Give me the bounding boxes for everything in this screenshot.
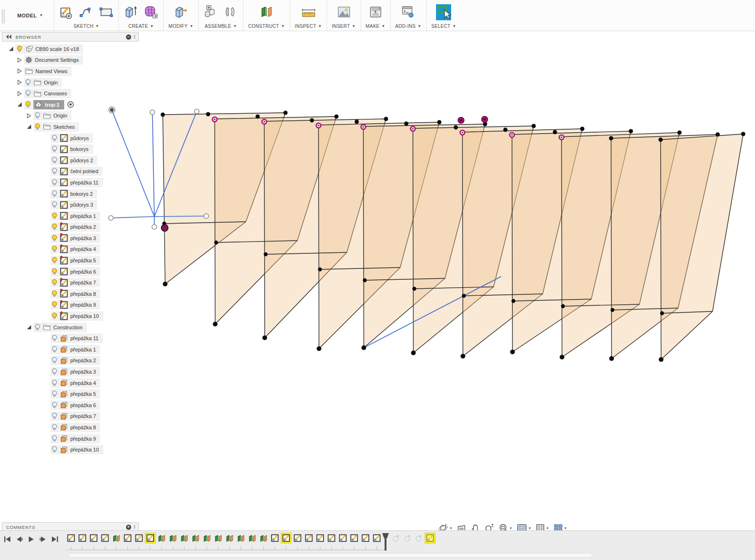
tree-item[interactable]: přepážka 8: [2, 288, 139, 300]
disclosure-triangle-icon[interactable]: [25, 324, 33, 330]
visibility-bulb-icon[interactable]: [51, 424, 58, 431]
keel-dot[interactable]: [163, 282, 168, 286]
disclosure-triangle-icon[interactable]: [8, 46, 15, 52]
tree-item[interactable]: přepážka 4: [2, 377, 139, 389]
vertex-dot[interactable]: [384, 117, 388, 121]
keel-dot[interactable]: [317, 346, 321, 351]
visibility-bulb-icon[interactable]: [51, 312, 58, 320]
timeline-plane-feature[interactable]: [236, 533, 246, 543]
insert-menu[interactable]: INSERT▼: [332, 23, 356, 30]
visibility-bulb-icon[interactable]: [25, 90, 31, 97]
collapse-panel-icon[interactable]: [6, 34, 12, 39]
tree-item[interactable]: přepážka 1: [2, 210, 139, 222]
chine-dot[interactable]: [561, 304, 565, 308]
keel-dot[interactable]: [560, 355, 564, 359]
inspect-menu[interactable]: INSPECT▼: [295, 23, 322, 30]
chine-dot[interactable]: [512, 299, 515, 303]
timeline-sketch-feature[interactable]: [89, 533, 99, 543]
step-forward-button[interactable]: [39, 535, 47, 543]
timeline-sketch-feature[interactable]: [315, 533, 325, 543]
timeline-extrude-ghost-feature[interactable]: [403, 533, 412, 543]
visibility-bulb-icon[interactable]: [25, 101, 31, 109]
chine-dot[interactable]: [660, 311, 664, 315]
visibility-bulb-icon[interactable]: [51, 179, 58, 186]
sketch-point-open[interactable]: [204, 214, 209, 218]
tree-item[interactable]: půdorys 3: [2, 199, 139, 210]
visibility-bulb-icon[interactable]: [51, 190, 58, 198]
bulkhead-plane[interactable]: [661, 134, 743, 359]
timeline-plane-feature[interactable]: [157, 533, 167, 543]
timeline-plane-feature[interactable]: [225, 533, 235, 543]
vertex-dot[interactable]: [629, 129, 633, 134]
new-body-icon[interactable]: [124, 5, 139, 20]
play-button[interactable]: [27, 535, 35, 543]
go-to-start-button[interactable]: [4, 535, 11, 543]
tree-item[interactable]: bokorys: [2, 143, 139, 155]
vertex-dot[interactable]: [355, 120, 359, 124]
make-menu[interactable]: MAKE▼: [366, 23, 386, 30]
timeline-sketch-feature[interactable]: [349, 533, 359, 543]
vertex-dot[interactable]: [741, 132, 746, 136]
timeline-sketch-feature[interactable]: [361, 533, 370, 543]
vertex-dot[interactable]: [206, 112, 210, 117]
visibility-bulb-icon[interactable]: [51, 245, 58, 253]
vertex-dot[interactable]: [659, 138, 663, 142]
sketch-line[interactable]: [152, 112, 154, 217]
timeline-sketch-feature[interactable]: [270, 533, 280, 543]
timeline-plane-feature[interactable]: [202, 533, 212, 543]
vertex-dot[interactable]: [454, 125, 458, 130]
timeline-extrude-ghost-feature[interactable]: [391, 533, 401, 543]
tree-item[interactable]: přepážka 7: [2, 411, 139, 422]
tree-item[interactable]: půdorys 2: [2, 155, 139, 166]
timeline-sketch-feature[interactable]: [77, 533, 87, 543]
create-menu[interactable]: CREATE▼: [128, 23, 154, 30]
timeline-plane-feature[interactable]: [213, 533, 223, 543]
sketch-menu[interactable]: SKETCH▼: [74, 23, 100, 30]
timeline-plane-feature[interactable]: [168, 533, 178, 543]
timeline-plane-feature[interactable]: [179, 533, 189, 543]
visibility-bulb-icon[interactable]: [51, 379, 58, 387]
timeline-plane-feature[interactable]: [111, 533, 121, 543]
visibility-bulb-icon[interactable]: [51, 279, 58, 286]
tree-item[interactable]: přepážka 6: [2, 400, 139, 411]
visibility-bulb-icon[interactable]: [51, 412, 58, 420]
chine-dot[interactable]: [264, 252, 268, 256]
collapse-all-icon[interactable]: −: [126, 34, 131, 40]
vertex-dot[interactable]: [404, 122, 409, 126]
tree-item[interactable]: přepážka 4: [2, 244, 139, 255]
keel-dot[interactable]: [411, 351, 416, 355]
modify-menu[interactable]: MODIFY▼: [168, 23, 193, 30]
visibility-bulb-icon[interactable]: [51, 390, 58, 398]
timeline-sketch-ghost-feature[interactable]: [425, 533, 435, 543]
tree-item[interactable]: bokorys 2: [2, 188, 139, 200]
panel-grip[interactable]: ‖: [134, 525, 136, 530]
3d-print-icon[interactable]: [368, 5, 383, 20]
vertex-dot[interactable]: [256, 115, 260, 119]
tree-item[interactable]: přepážka 11: [2, 177, 139, 188]
press-pull-icon[interactable]: [173, 5, 188, 20]
new-component-icon[interactable]: [203, 5, 218, 20]
tree-item[interactable]: přepážka 8: [2, 422, 139, 433]
keel-dot[interactable]: [262, 335, 267, 340]
workspace-switcher[interactable]: MODEL ▼: [7, 0, 54, 31]
activate-component-radio[interactable]: [67, 101, 74, 108]
visibility-bulb-icon[interactable]: [51, 301, 58, 309]
visibility-bulb-icon[interactable]: [51, 357, 58, 364]
visibility-bulb-icon[interactable]: [51, 268, 58, 276]
visibility-bulb-icon[interactable]: [51, 157, 58, 164]
timeline-sketch-feature[interactable]: [372, 533, 382, 543]
visibility-bulb-icon[interactable]: [51, 201, 58, 209]
chine-dot[interactable]: [214, 241, 218, 244]
timeline-playhead[interactable]: [382, 533, 389, 553]
vertex-dot[interactable]: [335, 115, 339, 119]
joint-icon[interactable]: [223, 5, 238, 20]
tree-item[interactable]: Named Views: [2, 66, 139, 77]
chine-dot[interactable]: [462, 294, 466, 298]
keel-dot[interactable]: [213, 322, 218, 326]
chine-dot[interactable]: [412, 287, 416, 291]
assemble-menu[interactable]: ASSEMBLE▼: [205, 23, 237, 30]
go-to-end-button[interactable]: [51, 535, 59, 543]
timeline-extrude-ghost-feature[interactable]: [414, 533, 424, 543]
tree-item[interactable]: přepážka 11: [2, 333, 139, 344]
sketch-point-open[interactable]: [152, 225, 157, 229]
